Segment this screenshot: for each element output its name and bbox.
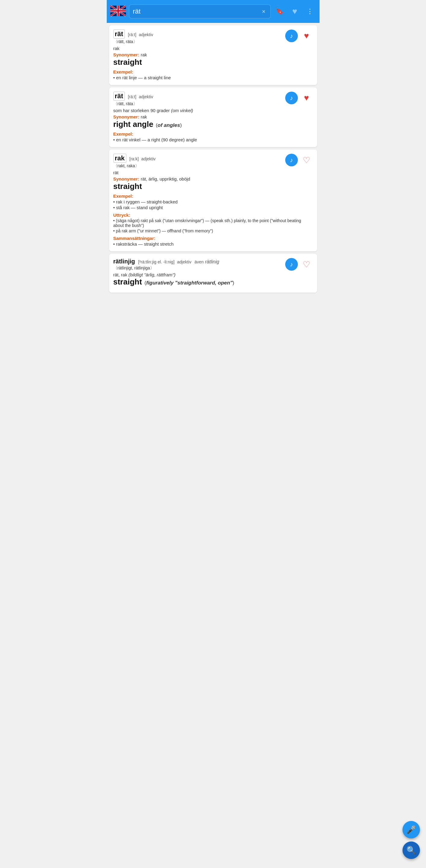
card-rat-1: rät [rä:t] adjektiv 〈rätt, räta〉 rak Syn… bbox=[109, 25, 317, 85]
card-pronunciation: [rä:t] bbox=[128, 94, 136, 99]
also-word: rätlinig bbox=[205, 259, 219, 264]
card-translation: straight bbox=[113, 58, 142, 67]
music-icon: ♪ bbox=[290, 157, 293, 164]
music-icon: ♪ bbox=[290, 95, 293, 101]
card-synonyms-label: Synonymer: bbox=[113, 176, 140, 181]
card-action-icons: ♪ ♥ bbox=[285, 92, 313, 104]
card-word: rät bbox=[113, 30, 125, 38]
play-audio-button[interactable]: ♪ bbox=[285, 92, 298, 104]
card-translation: straight bbox=[113, 182, 142, 191]
card-translation-row: right angle (of angles) bbox=[113, 120, 282, 129]
favorite-button[interactable]: ♥ bbox=[300, 92, 313, 104]
example-text: • rak i ryggen — straight-backed bbox=[113, 199, 313, 204]
app-header: × 🔖 ♥ ⋮ bbox=[107, 0, 320, 23]
header-icons: 🔖 ♥ ⋮ bbox=[274, 5, 316, 18]
bookmark-button[interactable]: 🔖 bbox=[274, 5, 286, 18]
card-pronunciation: [rä:t] bbox=[128, 32, 136, 37]
card-translation: straight bbox=[113, 277, 142, 286]
card-definition: rak bbox=[113, 46, 282, 51]
music-icon: ♪ bbox=[290, 261, 293, 268]
card-synonyms-label: Synonymer: bbox=[113, 114, 140, 119]
example-text: • en rät vinkel — a right (90 degree) an… bbox=[113, 137, 313, 142]
card-synonyms-text: rät, ärlig, uppriktig, oböjd bbox=[141, 176, 190, 181]
card-pronunciation: [²rä:tlin:jig el. -li:nig] bbox=[138, 259, 175, 264]
more-button[interactable]: ⋮ bbox=[304, 5, 316, 18]
card-synonyms-row: Synonymer: rak bbox=[113, 114, 282, 120]
card-translation: right angle bbox=[113, 120, 153, 129]
heart-filled-icon: ♥ bbox=[304, 93, 309, 103]
example-text-2: • stå rak — stand upright bbox=[113, 205, 313, 210]
example-label: Exempel: bbox=[113, 69, 313, 74]
uttryck-label: Uttryck: bbox=[113, 213, 313, 218]
card-pos: adjektiv bbox=[142, 156, 156, 161]
favorite-button[interactable]: ♡ bbox=[300, 258, 313, 271]
sammansattningar-label: Sammansättningar: bbox=[113, 236, 313, 241]
card-pos: adjektiv bbox=[177, 259, 191, 264]
card-word-area: rätlinjig [²rä:tlin:jig el. -li:nig] adj… bbox=[113, 258, 282, 287]
card-definition: som har storleken 90 grader (om vinkel) bbox=[113, 108, 282, 113]
card-synonyms-text: rak bbox=[141, 52, 147, 57]
card-word-area: rak [ra:k] adjektiv 〈rakt, raka〉 rät Syn… bbox=[113, 154, 282, 191]
cards-container: rät [rä:t] adjektiv 〈rätt, räta〉 rak Syn… bbox=[107, 23, 320, 295]
clear-button[interactable]: × bbox=[261, 7, 267, 16]
card-forms: 〈rätlinjigt, rätlinjiga〉 bbox=[113, 266, 282, 271]
search-bar[interactable]: × bbox=[129, 4, 271, 19]
card-header: rak [ra:k] adjektiv 〈rakt, raka〉 rät Syn… bbox=[113, 154, 313, 191]
card-translation-row: straight bbox=[113, 182, 282, 191]
card-rak: rak [ra:k] adjektiv 〈rakt, raka〉 rät Syn… bbox=[109, 150, 317, 251]
card-synonyms-row: Synonymer: rak bbox=[113, 52, 282, 58]
card-forms: 〈rätt, räta〉 bbox=[113, 101, 282, 107]
more-icon: ⋮ bbox=[307, 7, 313, 16]
music-icon: ♪ bbox=[290, 33, 293, 39]
card-translation-row: straight bbox=[113, 58, 282, 67]
flag-icon[interactable] bbox=[110, 3, 126, 20]
search-input[interactable] bbox=[133, 7, 261, 16]
card-translation-suffix: (figuratively "straightforward, open") bbox=[144, 280, 234, 286]
card-rat-2: rät [rä:t] adjektiv 〈rätt, räta〉 som har… bbox=[109, 87, 317, 147]
card-action-icons: ♪ ♡ bbox=[285, 258, 313, 271]
card-header: rätlinjig [²rä:tlin:jig el. -li:nig] adj… bbox=[113, 258, 313, 287]
sammansattningar-text: • raksträcka — straight stretch bbox=[113, 241, 313, 247]
card-synonyms-label: Synonymer: bbox=[113, 52, 140, 57]
bookmark-icon: 🔖 bbox=[276, 7, 284, 16]
card-word-area: rät [rä:t] adjektiv 〈rätt, räta〉 rak Syn… bbox=[113, 30, 282, 67]
card-translation-row: straight (figuratively "straightforward,… bbox=[113, 277, 282, 287]
heart-outline-icon: ♡ bbox=[303, 155, 310, 165]
card-word-area: rät [rä:t] adjektiv 〈rätt, räta〉 som har… bbox=[113, 92, 282, 129]
translation-italic: figuratively "straightforward, open" bbox=[146, 280, 233, 286]
play-audio-button[interactable]: ♪ bbox=[285, 30, 298, 42]
heart-outline-icon: ♡ bbox=[303, 259, 310, 270]
card-synonyms-text: rak bbox=[141, 114, 147, 119]
card-definition: rät, rak (bildligt "ärlig, rättfram") bbox=[113, 272, 282, 277]
card-action-icons: ♪ ♡ bbox=[285, 154, 313, 166]
card-forms: 〈rätt, räta〉 bbox=[113, 39, 282, 44]
favorite-button[interactable]: ♡ bbox=[300, 154, 313, 166]
card-translation-suffix: (of angles) bbox=[156, 122, 182, 128]
card-word: rätlinjig bbox=[113, 258, 135, 265]
uttryck-text-1: • (säga något) rakt på sak ("utan omskri… bbox=[113, 218, 313, 228]
card-header: rät [rä:t] adjektiv 〈rätt, räta〉 som har… bbox=[113, 92, 313, 129]
translation-italic: of angles bbox=[158, 122, 180, 128]
uttryck-text-2: • på rak arm ("ur minnet") — offhand ("f… bbox=[113, 228, 313, 233]
card-forms: 〈rakt, raka〉 bbox=[113, 163, 282, 169]
card-header: rät [rä:t] adjektiv 〈rätt, räta〉 rak Syn… bbox=[113, 30, 313, 67]
card-action-icons: ♪ ♥ bbox=[285, 30, 313, 42]
card-pos: adjektiv bbox=[139, 94, 153, 99]
play-audio-button[interactable]: ♪ bbox=[285, 154, 298, 166]
card-word: rät bbox=[113, 92, 125, 101]
card-word: rak bbox=[113, 154, 126, 163]
heart-filled-icon: ♥ bbox=[304, 31, 309, 41]
also-label: även bbox=[194, 259, 204, 264]
card-ratlinjig: rätlinjig [²rä:tlin:jig el. -li:nig] adj… bbox=[109, 254, 317, 293]
card-pos: adjektiv bbox=[139, 32, 153, 37]
card-synonyms-row: Synonymer: rät, ärlig, uppriktig, oböjd bbox=[113, 176, 282, 182]
favorite-button[interactable]: ♥ bbox=[300, 30, 313, 42]
example-label: Exempel: bbox=[113, 131, 313, 136]
favorites-button[interactable]: ♥ bbox=[289, 5, 301, 18]
example-text: • en rät linje — a straight line bbox=[113, 75, 313, 80]
example-label: Exempel: bbox=[113, 193, 313, 198]
card-definition: rät bbox=[113, 170, 282, 175]
play-audio-button[interactable]: ♪ bbox=[285, 258, 298, 271]
heart-icon: ♥ bbox=[292, 7, 297, 16]
card-pronunciation: [ra:k] bbox=[129, 156, 139, 161]
